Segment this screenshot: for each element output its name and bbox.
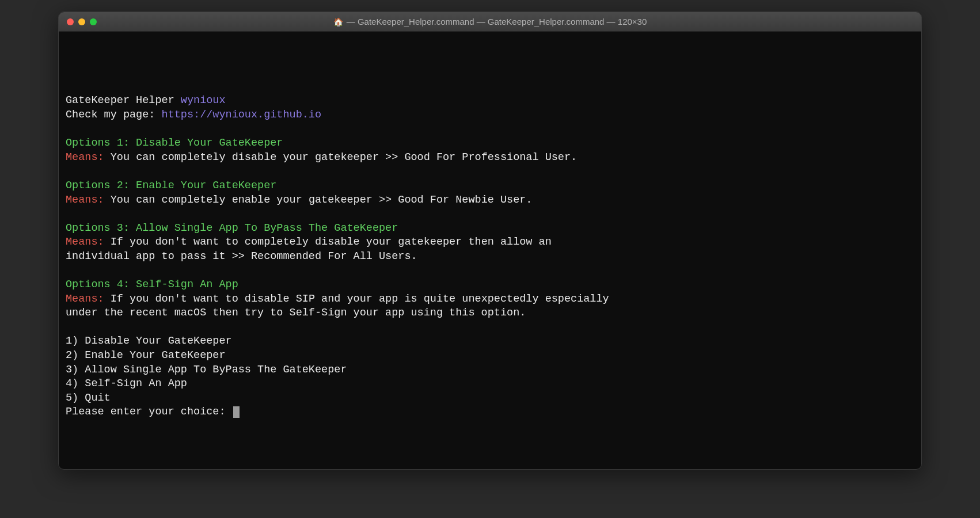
option-4-title: Options 4: Self-Sign An App	[66, 279, 238, 291]
option-3-desc: If you don't want to completely disable …	[104, 236, 552, 248]
menu-item-5: 5) Quit	[66, 392, 111, 404]
cursor[interactable]	[233, 406, 240, 418]
terminal-window: 🏠 — GateKeeper_Helper.command — GateKeep…	[58, 12, 922, 470]
menu-item-1: 1) Disable Your GateKeeper	[66, 335, 232, 347]
option-3-means-label: Means:	[66, 236, 104, 248]
title-bar: 🏠 — GateKeeper_Helper.command — GateKeep…	[59, 12, 921, 32]
option-3-title: Options 3: Allow Single App To ByPass Th…	[66, 222, 398, 234]
option-4-means-label: Means:	[66, 293, 104, 305]
option-2-title: Options 2: Enable Your GateKeeper	[66, 180, 276, 192]
close-button[interactable]	[67, 18, 74, 25]
author-url: https://wynioux.github.io	[162, 109, 322, 121]
option-3-desc2: individual app to pass it >> Recommended…	[66, 250, 417, 262]
terminal-content[interactable]: GateKeeper Helper wyniouxCheck my page: …	[59, 32, 921, 469]
home-icon: 🏠	[333, 17, 343, 26]
option-1-desc: You can completely disable your gatekeep…	[104, 151, 578, 163]
menu-item-2: 2) Enable Your GateKeeper	[66, 349, 226, 361]
option-4-desc: If you don't want to disable SIP and you…	[104, 293, 609, 305]
check-page-label: Check my page:	[66, 109, 162, 121]
menu-item-4: 4) Self-Sign An App	[66, 378, 187, 390]
author-name: wynioux	[181, 94, 226, 106]
input-prompt: Please enter your choice:	[66, 406, 232, 418]
app-name: GateKeeper Helper	[66, 94, 181, 106]
window-title: 🏠 — GateKeeper_Helper.command — GateKeep…	[67, 17, 913, 26]
maximize-button[interactable]	[90, 18, 97, 25]
window-title-text: — GateKeeper_Helper.command — GateKeeper…	[347, 17, 647, 26]
traffic-lights	[67, 18, 97, 25]
option-2-desc: You can completely enable your gatekeepe…	[104, 194, 533, 206]
option-1-title: Options 1: Disable Your GateKeeper	[66, 137, 283, 149]
minimize-button[interactable]	[78, 18, 85, 25]
option-1-means-label: Means:	[66, 151, 104, 163]
option-4-desc2: under the recent macOS then try to Self-…	[66, 307, 526, 319]
menu-item-3: 3) Allow Single App To ByPass The GateKe…	[66, 364, 347, 376]
option-2-means-label: Means:	[66, 194, 104, 206]
